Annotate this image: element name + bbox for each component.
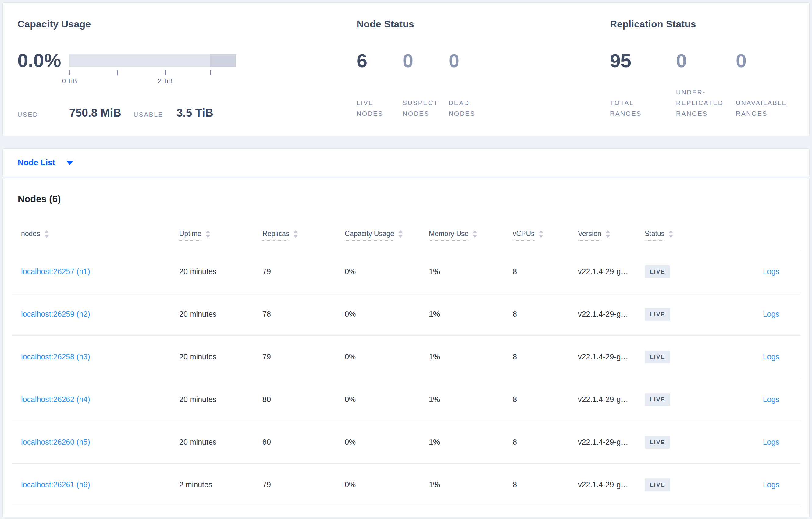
capacity-cell: 0% bbox=[345, 438, 429, 447]
replication-status-section: Replication Status 95 TOTAL RANGES 0 UND… bbox=[610, 19, 803, 119]
node-status-section: Node Status 6 LIVE NODES 0 SUSPECT NODES… bbox=[357, 19, 495, 119]
table-row: localhost:26258 (n3) 20 minutes 79 0% 1%… bbox=[12, 336, 801, 378]
sort-icon bbox=[668, 230, 673, 238]
memory-cell: 1% bbox=[429, 353, 513, 361]
logs-link[interactable]: Logs bbox=[763, 353, 779, 361]
logs-link[interactable]: Logs bbox=[763, 267, 779, 276]
nodes-heading: Nodes (6) bbox=[18, 194, 61, 205]
sort-icon bbox=[44, 230, 49, 238]
live-nodes-stat: 6 LIVE NODES bbox=[357, 51, 403, 119]
column-header-nodes[interactable]: nodes bbox=[12, 230, 179, 241]
column-header-status[interactable]: Status bbox=[645, 230, 718, 241]
suspect-nodes-label: SUSPECT NODES bbox=[403, 97, 440, 119]
logs-link[interactable]: Logs bbox=[763, 438, 779, 447]
nodes-table-card: Nodes (6) nodes Uptime Replicas Capacity… bbox=[2, 178, 810, 517]
vcpus-cell: 8 bbox=[513, 395, 578, 404]
status-badge: LIVE bbox=[645, 479, 670, 491]
node-link[interactable]: localhost:26260 (n5) bbox=[12, 438, 179, 447]
capacity-cell: 0% bbox=[345, 480, 429, 489]
node-list-dropdown[interactable]: Node List bbox=[3, 149, 809, 177]
status-cell: LIVE bbox=[645, 436, 718, 449]
memory-cell: 1% bbox=[429, 310, 513, 318]
node-link[interactable]: localhost:26257 (n1) bbox=[12, 267, 179, 276]
node-status-title: Node Status bbox=[357, 19, 495, 30]
used-value: 750.8 MiB bbox=[69, 106, 134, 119]
node-list-dropdown-label: Node List bbox=[18, 158, 55, 167]
table-row: localhost:26261 (n6) 2 minutes 79 0% 1% … bbox=[12, 464, 801, 506]
logs-cell: Logs bbox=[718, 353, 801, 361]
logs-cell: Logs bbox=[718, 310, 801, 318]
total-ranges-value: 95 bbox=[610, 51, 676, 70]
uptime-cell: 20 minutes bbox=[179, 310, 262, 318]
column-header-replicas[interactable]: Replicas bbox=[262, 230, 345, 241]
version-cell: v22.1.4-29-g… bbox=[578, 310, 645, 318]
version-cell: v22.1.4-29-g… bbox=[578, 267, 645, 276]
version-cell: v22.1.4-29-g… bbox=[578, 438, 645, 447]
capacity-usage-gauge: 0.0% 0 TiB 2 TiB bbox=[18, 51, 236, 70]
replicas-cell: 79 bbox=[262, 353, 345, 361]
column-header-uptime[interactable]: Uptime bbox=[179, 230, 262, 241]
table-row: localhost:26262 (n4) 20 minutes 80 0% 1%… bbox=[12, 378, 801, 421]
replicas-cell: 80 bbox=[262, 438, 345, 447]
status-badge: LIVE bbox=[645, 393, 670, 406]
logs-link[interactable]: Logs bbox=[763, 310, 779, 318]
sort-icon bbox=[293, 230, 298, 238]
logs-cell: Logs bbox=[718, 438, 801, 447]
version-cell: v22.1.4-29-g… bbox=[578, 480, 645, 489]
column-header-capacity-usage[interactable]: Capacity Usage bbox=[345, 230, 429, 241]
sort-icon bbox=[472, 230, 477, 238]
status-cell: LIVE bbox=[645, 350, 718, 363]
vcpus-cell: 8 bbox=[513, 438, 578, 447]
logs-link[interactable]: Logs bbox=[763, 395, 779, 404]
node-status-stats: 6 LIVE NODES 0 SUSPECT NODES 0 DEAD NODE… bbox=[357, 51, 495, 119]
capacity-bar-nonusable-segment bbox=[210, 54, 236, 67]
uptime-cell: 20 minutes bbox=[179, 353, 262, 361]
table-row: localhost:26260 (n5) 20 minutes 80 0% 1%… bbox=[12, 421, 801, 464]
logs-link[interactable]: Logs bbox=[763, 480, 779, 489]
node-link[interactable]: localhost:26262 (n4) bbox=[12, 395, 179, 404]
version-cell: v22.1.4-29-g… bbox=[578, 395, 645, 404]
replication-status-stats: 95 TOTAL RANGES 0 UNDER-REPLICATED RANGE… bbox=[610, 51, 803, 119]
nodes-table: nodes Uptime Replicas Capacity Usage Mem… bbox=[12, 220, 801, 506]
uptime-cell: 20 minutes bbox=[179, 267, 262, 276]
chevron-down-icon bbox=[66, 160, 74, 165]
sort-icon bbox=[605, 230, 610, 238]
live-nodes-label: LIVE NODES bbox=[357, 97, 394, 119]
column-header-version[interactable]: Version bbox=[578, 230, 645, 241]
total-ranges-label: TOTAL RANGES bbox=[610, 97, 665, 119]
capacity-cell: 0% bbox=[345, 310, 429, 318]
axis-tick bbox=[117, 70, 118, 75]
column-header-vcpus[interactable]: vCPUs bbox=[513, 230, 578, 241]
vcpus-cell: 8 bbox=[513, 310, 578, 318]
vcpus-cell: 8 bbox=[513, 480, 578, 489]
under-replicated-ranges-stat: 0 UNDER-REPLICATED RANGES bbox=[676, 51, 736, 119]
cluster-summary-card: Capacity Usage 0.0% 0 TiB 2 TiB USED 750… bbox=[2, 2, 810, 136]
node-link[interactable]: localhost:26259 (n2) bbox=[12, 310, 179, 318]
capacity-cell: 0% bbox=[345, 395, 429, 404]
sort-icon bbox=[398, 230, 403, 238]
column-header-memory-use[interactable]: Memory Use bbox=[429, 230, 513, 241]
uptime-cell: 2 minutes bbox=[179, 480, 262, 489]
uptime-cell: 20 minutes bbox=[179, 395, 262, 404]
axis-tick bbox=[210, 70, 211, 75]
unavailable-ranges-label: UNAVAILABLE RANGES bbox=[736, 97, 791, 119]
node-link[interactable]: localhost:26261 (n6) bbox=[12, 480, 179, 489]
logs-cell: Logs bbox=[718, 395, 801, 404]
dead-nodes-label: DEAD NODES bbox=[449, 97, 486, 119]
capacity-cell: 0% bbox=[345, 267, 429, 276]
node-link[interactable]: localhost:26258 (n3) bbox=[12, 353, 179, 361]
capacity-percent-value: 0.0% bbox=[18, 51, 69, 70]
memory-cell: 1% bbox=[429, 480, 513, 489]
axis-tick-label: 2 TiB bbox=[158, 78, 173, 85]
capacity-bar: 0 TiB 2 TiB bbox=[69, 54, 236, 67]
status-badge: LIVE bbox=[645, 436, 670, 449]
table-row: localhost:26257 (n1) 20 minutes 79 0% 1%… bbox=[12, 250, 801, 293]
capacity-cell: 0% bbox=[345, 353, 429, 361]
status-cell: LIVE bbox=[645, 265, 718, 278]
node-list-dropdown-bar: Node List bbox=[2, 148, 810, 177]
dead-nodes-stat: 0 DEAD NODES bbox=[449, 51, 495, 119]
uptime-cell: 20 minutes bbox=[179, 438, 262, 447]
total-ranges-stat: 95 TOTAL RANGES bbox=[610, 51, 676, 119]
status-cell: LIVE bbox=[645, 393, 718, 406]
dead-nodes-value: 0 bbox=[449, 51, 495, 70]
